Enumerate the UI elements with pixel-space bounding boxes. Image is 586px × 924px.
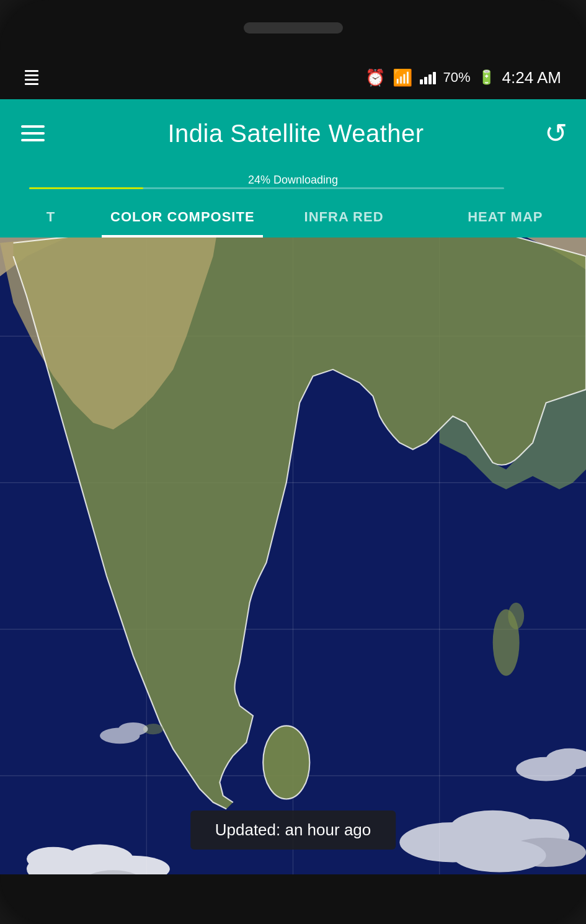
download-bar-container: 24% Downloading xyxy=(0,167,586,197)
map-svg xyxy=(0,238,586,874)
status-bar: ⏰ 📶 70% 🔋 4:24 AM xyxy=(0,56,586,99)
download-bar-track xyxy=(29,187,504,189)
svg-point-26 xyxy=(453,839,546,873)
svg-point-11 xyxy=(508,603,524,629)
battery-percent-text: 70% xyxy=(443,69,471,86)
app-header: India Satellite Weather ↻ xyxy=(0,99,586,167)
updated-text: Updated: an hour ago xyxy=(215,820,371,839)
updated-toast: Updated: an hour ago xyxy=(190,811,396,850)
battery-icon: 🔋 xyxy=(478,69,495,86)
status-right-icons: ⏰ 📶 70% 🔋 4:24 AM xyxy=(365,68,561,87)
wifi-icon: 📶 xyxy=(393,68,412,87)
phone-frame: ⏰ 📶 70% 🔋 4:24 AM xyxy=(0,0,586,924)
hamburger-icon xyxy=(21,125,45,141)
tabs-container: T COLOR COMPOSITE INFRA RED HEAT MAP xyxy=(0,197,586,238)
download-bar-wrapper: 24% Downloading xyxy=(29,187,557,189)
refresh-button[interactable]: ↻ xyxy=(544,120,567,147)
tab-latest[interactable]: T xyxy=(0,197,102,238)
time-display: 4:24 AM xyxy=(502,68,561,87)
download-label: 24% Downloading xyxy=(248,174,338,187)
svg-point-15 xyxy=(27,847,80,871)
tab-infra-red[interactable]: INFRA RED xyxy=(263,197,424,238)
tab-color-composite[interactable]: COLOR COMPOSITE xyxy=(102,197,263,238)
alarm-icon: ⏰ xyxy=(365,68,385,87)
signal-icon xyxy=(420,71,436,84)
refresh-icon: ↻ xyxy=(544,120,567,147)
speaker-grille xyxy=(244,22,343,33)
tab-heat-map[interactable]: HEAT MAP xyxy=(425,197,586,238)
app-title: India Satellite Weather xyxy=(167,120,424,148)
phone-top xyxy=(0,0,586,56)
menu-button[interactable] xyxy=(19,123,47,144)
svg-point-30 xyxy=(118,722,148,735)
download-bar-fill xyxy=(29,187,143,189)
phone-bottom xyxy=(0,874,586,924)
status-left-icons xyxy=(25,70,38,85)
carrier-icon xyxy=(25,70,38,85)
satellite-map[interactable]: Updated: an hour ago xyxy=(0,238,586,874)
app-screen: India Satellite Weather ↻ 24% Downloadin… xyxy=(0,99,586,874)
